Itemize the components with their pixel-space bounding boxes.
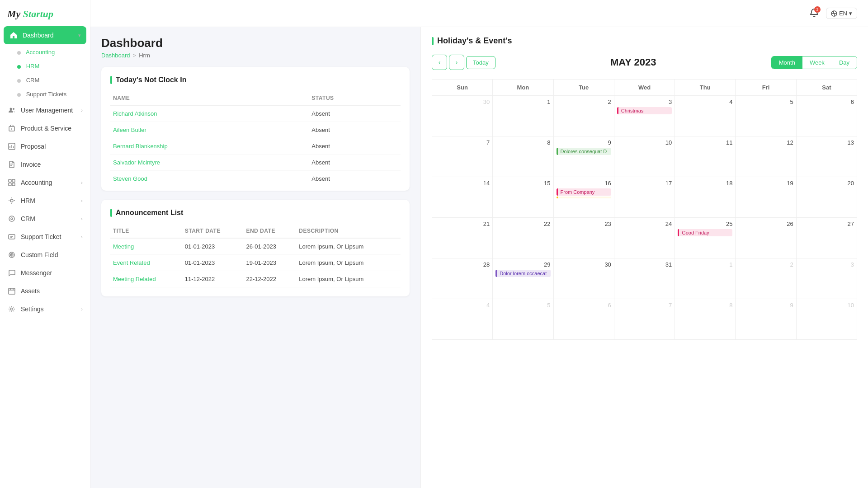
calendar-cell[interactable]: 19 bbox=[736, 177, 796, 218]
calendar-cell[interactable]: 9 bbox=[736, 299, 796, 340]
calendar-cell[interactable]: 30 bbox=[432, 96, 493, 136]
sidebar-item-support-ticket[interactable]: Support Ticket › bbox=[0, 228, 90, 246]
sidebar-sub-accounting[interactable]: Accounting bbox=[0, 45, 90, 59]
cal-week-btn[interactable]: Week bbox=[802, 56, 832, 69]
sidebar-item-messenger[interactable]: Messenger bbox=[0, 264, 90, 282]
sidebar-item-accounting[interactable]: Accounting › bbox=[0, 174, 90, 192]
sidebar-item-proposal[interactable]: Proposal bbox=[0, 137, 90, 155]
cal-day-btn[interactable]: Day bbox=[832, 56, 857, 69]
calendar-cell[interactable]: 10 bbox=[797, 299, 857, 340]
cal-month-btn[interactable]: Month bbox=[772, 56, 802, 69]
main-content: 3 EN ▾ Dashboard Dashboard > Hrm Today's… bbox=[90, 0, 868, 488]
calendar-cell[interactable]: 9Dolores consequat D bbox=[554, 136, 614, 177]
dashboard-label: Dashboard bbox=[23, 32, 78, 39]
calendar-cell[interactable]: 1 bbox=[493, 96, 553, 136]
calendar-cell[interactable]: 25Good Friday bbox=[675, 218, 736, 258]
not-clock-in-table-wrapper[interactable]: NAME STATUS Richard AtkinsonAbsentAileen… bbox=[110, 91, 401, 182]
breadcrumb-current: Hrm bbox=[139, 52, 150, 59]
calendar-cell[interactable]: 8 bbox=[675, 299, 736, 340]
calendar-cell[interactable]: 30 bbox=[554, 258, 614, 299]
calendar-cell[interactable]: 17 bbox=[614, 177, 675, 218]
calendar-day-header: Mon bbox=[493, 80, 553, 96]
ann-col-end: END DATE bbox=[243, 224, 296, 238]
calendar-cell[interactable]: 5 bbox=[736, 96, 796, 136]
calendar-cell[interactable]: 3Christmas bbox=[614, 96, 675, 136]
notification-bell[interactable]: 3 bbox=[810, 8, 819, 19]
calendar-date: 13 bbox=[799, 139, 854, 146]
col-name-header: NAME bbox=[110, 91, 309, 105]
calendar-cell[interactable]: 24 bbox=[614, 218, 675, 258]
calendar-event[interactable]: From Company bbox=[557, 188, 611, 196]
calendar-event[interactable] bbox=[557, 197, 611, 198]
calendar-date: 31 bbox=[617, 261, 672, 268]
calendar-cell[interactable]: 6 bbox=[797, 96, 857, 136]
breadcrumb-home[interactable]: Dashboard bbox=[101, 52, 130, 59]
calendar-event[interactable]: Dolor lorem occaecat bbox=[495, 270, 550, 277]
calendar-cell[interactable]: 2 bbox=[736, 258, 796, 299]
calendar-cell[interactable]: 11 bbox=[675, 136, 736, 177]
calendar-cell[interactable]: 31 bbox=[614, 258, 675, 299]
sidebar-item-custom-field[interactable]: Custom Field bbox=[0, 246, 90, 264]
calendar-cell[interactable]: 18 bbox=[675, 177, 736, 218]
calendar-date: 1 bbox=[678, 261, 732, 268]
sidebar-item-product-service[interactable]: Product & Service bbox=[0, 119, 90, 137]
sidebar-sub-support-tickets[interactable]: Support Tickets bbox=[0, 87, 90, 101]
calendar-cell[interactable]: 13 bbox=[797, 136, 857, 177]
calendar-cell[interactable]: 23 bbox=[554, 218, 614, 258]
sidebar-item-assets[interactable]: Assets bbox=[0, 282, 90, 300]
sidebar-sub-crm[interactable]: CRM bbox=[0, 73, 90, 87]
calendar-cell[interactable]: 2 bbox=[554, 96, 614, 136]
calendar-cell[interactable]: 27 bbox=[797, 218, 857, 258]
calendar-event[interactable]: Christmas bbox=[617, 107, 672, 114]
sidebar-item-settings[interactable]: Settings › bbox=[0, 300, 90, 318]
grid-icon bbox=[7, 178, 16, 187]
calendar-event[interactable]: Dolores consequat D bbox=[557, 148, 611, 155]
gear-icon bbox=[7, 305, 16, 314]
calendar-cell[interactable]: 16From Company bbox=[554, 177, 614, 218]
cal-next-btn[interactable]: › bbox=[449, 55, 464, 70]
cal-today-btn[interactable]: Today bbox=[466, 56, 495, 69]
announcement-title: Announcement List bbox=[110, 209, 401, 217]
calendar-cell[interactable]: 6 bbox=[554, 299, 614, 340]
sidebar-sub-hrm[interactable]: HRM bbox=[0, 59, 90, 73]
calendar-cell[interactable]: 28 bbox=[432, 258, 493, 299]
calendar-title: Holiday's & Event's bbox=[432, 36, 857, 46]
calendar-cell[interactable]: 22 bbox=[493, 218, 553, 258]
calendar-cell[interactable]: 12 bbox=[736, 136, 796, 177]
calendar-cell[interactable]: 10 bbox=[614, 136, 675, 177]
announcement-table: TITLE START DATE END DATE DESCRIPTION Me… bbox=[110, 224, 401, 287]
calendar-cell[interactable]: 8 bbox=[493, 136, 553, 177]
calendar-cell[interactable]: 20 bbox=[797, 177, 857, 218]
svg-point-15 bbox=[9, 216, 14, 221]
calendar-cell[interactable]: 1 bbox=[675, 258, 736, 299]
sidebar-item-hrm[interactable]: HRM › bbox=[0, 192, 90, 210]
page-title: Dashboard bbox=[101, 36, 410, 50]
sidebar-item-invoice[interactable]: Invoice bbox=[0, 155, 90, 174]
calendar-cell[interactable]: 21 bbox=[432, 218, 493, 258]
app-logo: My Startup bbox=[0, 0, 90, 25]
calendar-cell[interactable]: 4 bbox=[675, 96, 736, 136]
calendar-cell[interactable]: 5 bbox=[493, 299, 553, 340]
language-selector[interactable]: EN ▾ bbox=[826, 8, 857, 19]
calendar-cell[interactable]: 3 bbox=[797, 258, 857, 299]
sidebar-item-dashboard[interactable]: Dashboard ▾ bbox=[4, 26, 86, 44]
calendar-cell[interactable]: 7 bbox=[432, 136, 493, 177]
calendar-cell[interactable]: 26 bbox=[736, 218, 796, 258]
calendar-date: 8 bbox=[678, 302, 732, 309]
employee-status: Absent bbox=[309, 122, 401, 138]
calendar-cell[interactable]: 14 bbox=[432, 177, 493, 218]
topbar: 3 EN ▾ bbox=[90, 0, 868, 27]
table-row: Richard AtkinsonAbsent bbox=[110, 105, 401, 122]
calendar-date: 30 bbox=[435, 99, 490, 105]
ann-title: Meeting Related bbox=[110, 271, 182, 287]
cal-prev-btn[interactable]: ‹ bbox=[432, 55, 447, 70]
hrm-icon bbox=[7, 196, 16, 205]
calendar-cell[interactable]: 15 bbox=[493, 177, 553, 218]
calendar-cell[interactable]: 4 bbox=[432, 299, 493, 340]
calendar-event[interactable]: Good Friday bbox=[678, 229, 732, 236]
sidebar-item-user-management[interactable]: User Management › bbox=[0, 101, 90, 119]
left-panel: Dashboard Dashboard > Hrm Today's Not Cl… bbox=[90, 27, 420, 488]
calendar-cell[interactable]: 7 bbox=[614, 299, 675, 340]
sidebar-item-crm[interactable]: CRM › bbox=[0, 210, 90, 228]
calendar-cell[interactable]: 29Dolor lorem occaecat bbox=[493, 258, 553, 299]
